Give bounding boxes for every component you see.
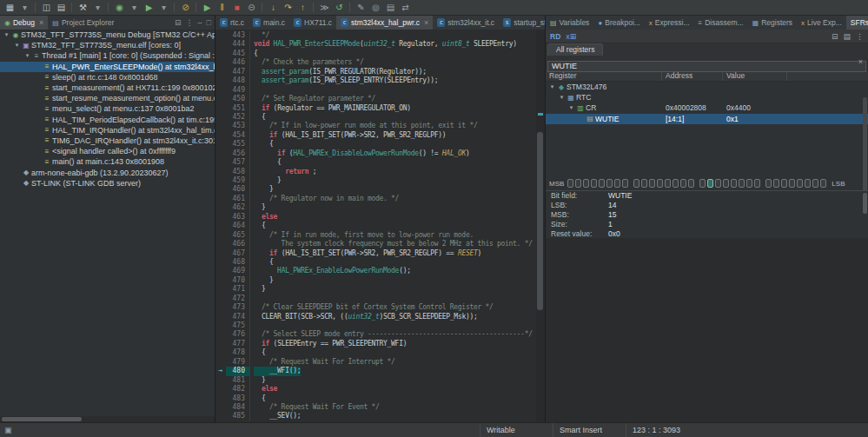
view-tab-sfrs[interactable]: SFRs×: [846, 16, 868, 30]
code-text[interactable]: {: [254, 258, 274, 267]
code-text[interactable]: }: [254, 285, 266, 294]
link-editor-icon[interactable]: ⇄: [398, 1, 413, 14]
bit-box[interactable]: [754, 179, 760, 188]
restart-icon[interactable]: ↺: [332, 1, 347, 14]
bit-box[interactable]: [567, 179, 573, 188]
expander-icon[interactable]: ▾: [23, 52, 31, 59]
scrollbar-thumb[interactable]: [537, 132, 543, 310]
line-number[interactable]: 458: [226, 168, 250, 176]
expander-icon[interactable]: ▾: [567, 104, 575, 111]
view-tab-live-exp[interactable]: xLive Exp...: [797, 16, 846, 30]
code-text[interactable]: }: [254, 376, 266, 385]
code-text[interactable]: /* Select SLEEP mode entry -------------…: [254, 330, 533, 339]
step-over-icon[interactable]: ↷: [281, 1, 295, 14]
code-text[interactable]: /* Set Regulator parameter */: [254, 95, 375, 103]
bit-box[interactable]: [739, 179, 745, 188]
word-size-icon[interactable]: ⊞: [570, 32, 577, 41]
code-text[interactable]: else: [254, 213, 277, 222]
code-text[interactable]: return ;: [254, 168, 316, 176]
line-number[interactable]: 467: [226, 249, 250, 258]
close-icon[interactable]: ×: [39, 18, 43, 27]
line-number[interactable]: 483: [226, 394, 250, 403]
bit-box[interactable]: [688, 179, 694, 188]
line-number[interactable]: 457: [226, 158, 250, 167]
line-number[interactable]: 465: [226, 231, 250, 240]
bit-box[interactable]: [633, 179, 639, 188]
bit-box[interactable]: [781, 179, 787, 188]
expander-icon[interactable]: ▾: [13, 42, 21, 49]
search-icon[interactable]: ◎: [368, 1, 383, 14]
register-row-stm32l476[interactable]: ▾◆STM32L476: [546, 82, 868, 92]
debug-dropdown-icon[interactable]: ▾: [127, 1, 142, 14]
code-text[interactable]: void HAL_PWR_EnterSLEEPMode(uint32_t Reg…: [254, 40, 517, 49]
code-text[interactable]: assert_param(IS_PWR_REGULATOR(Regulator)…: [254, 68, 427, 76]
editor-tab-stm32l4xx-it-c[interactable]: cstm32l4xx_it.c: [433, 16, 499, 30]
debug-frame-row[interactable]: ≡menu_select() at menu.c:137 0x8001ba2: [0, 103, 215, 114]
code-text[interactable]: {: [254, 140, 274, 149]
code-text[interactable]: }: [254, 185, 274, 194]
new-dropdown-icon[interactable]: ▾: [17, 1, 32, 14]
build-dropdown-icon[interactable]: ▾: [90, 1, 105, 14]
register-row-wutie[interactable]: ▤WUTIE[14:1]0x1: [546, 114, 868, 124]
bit-box[interactable]: [699, 179, 706, 188]
collapse-all-icon[interactable]: ⊟: [832, 32, 838, 41]
code-text[interactable]: else: [254, 385, 277, 394]
debug-frame-row[interactable]: ≡start_measurement() at HX711.c:199 0x80…: [0, 83, 215, 93]
bit-box[interactable]: [715, 179, 721, 188]
view-tab-expressi[interactable]: xExpressi...: [645, 16, 694, 30]
code-text[interactable]: assert_param(IS_PWR_SLEEP_ENTRY(SLEEPEnt…: [254, 76, 438, 85]
view-tab-variables[interactable]: ▤Variables: [546, 16, 593, 30]
step-return-icon[interactable]: ↑: [295, 1, 310, 14]
register-row-rtc[interactable]: ▾▦RTC: [546, 92, 868, 103]
editor-tab-hx711-c[interactable]: cHX711.c: [289, 16, 336, 30]
editor-scrollbar[interactable]: [536, 30, 545, 423]
expander-icon[interactable]: ▾: [3, 31, 10, 38]
code-text[interactable]: if (Regulator == PWR_MAINREGULATOR_ON): [254, 104, 411, 113]
code-text[interactable]: {: [254, 394, 266, 403]
code-text[interactable]: {: [254, 113, 266, 122]
code-text[interactable]: __SEV();: [254, 412, 301, 420]
debug-frame-row[interactable]: ≡<signal handler called>() at 0xfffffff9: [0, 146, 215, 156]
code-text[interactable]: /* Request Wait For Interrupt */: [254, 358, 395, 367]
view-menu-icon[interactable]: ⋮: [186, 18, 194, 27]
editor-tab-stm32l4xx-hal-pwr-c[interactable]: cstm32l4xx_hal_pwr.c×: [336, 16, 433, 30]
line-number[interactable]: 478: [226, 348, 250, 357]
code-text[interactable]: /* Clear SLEEPDEEP bit of Cortex System …: [254, 303, 494, 312]
close-icon[interactable]: ×: [424, 18, 428, 27]
properties-scrollbar-thumb[interactable]: [863, 193, 867, 214]
register-search-input[interactable]: [547, 61, 866, 72]
register-scrollbar-thumb[interactable]: [863, 97, 867, 200]
bit-box[interactable]: [575, 179, 581, 188]
line-number[interactable]: 462: [226, 203, 250, 212]
line-number[interactable]: 469: [226, 267, 250, 275]
bit-box[interactable]: [820, 179, 826, 188]
line-number[interactable]: 466: [226, 240, 250, 248]
code-text[interactable]: __WFI();: [254, 367, 301, 375]
line-number[interactable]: 472: [226, 295, 250, 303]
code-text[interactable]: }: [254, 203, 266, 212]
bit-box[interactable]: [591, 179, 597, 188]
line-number[interactable]: 481: [226, 376, 250, 385]
code-text[interactable]: if (SLEEPEntry == PWR_SLEEPENTRY_WFI): [254, 340, 407, 348]
instruction-stepping-icon[interactable]: ≫: [317, 1, 332, 14]
line-number[interactable]: 476: [226, 330, 250, 339]
code-text[interactable]: if (HAL_IS_BIT_SET(PWR->SR2, PWR_SR2_REG…: [254, 131, 446, 140]
annotations-icon[interactable]: ▤: [383, 1, 398, 14]
code-text[interactable]: {: [254, 348, 266, 357]
bit-box[interactable]: [641, 179, 647, 188]
line-number[interactable]: 456: [226, 149, 250, 158]
editor-tab-main-c[interactable]: cmain.c: [248, 16, 289, 30]
line-number[interactable]: 464: [226, 222, 250, 230]
code-text[interactable]: CLEAR_BIT(SCB->SCR, ((uint32_t)SCB_SCR_S…: [254, 313, 477, 321]
terminate-icon[interactable]: ■: [229, 1, 244, 14]
debug-frame-row[interactable]: ≡HAL_TIM_PeriodElapsedCallback() at tim.…: [0, 115, 215, 125]
code-text[interactable]: {: [254, 222, 266, 230]
line-number[interactable]: 480: [226, 367, 250, 375]
line-number[interactable]: 475: [226, 321, 250, 330]
bit-box[interactable]: [622, 179, 628, 188]
code-text[interactable]: /* If in low-power run mode at this poin…: [254, 122, 477, 130]
code-text[interactable]: if (HAL_IS_BIT_SET(PWR->SR2, PWR_SR2_REG…: [254, 249, 481, 258]
resume-icon[interactable]: ▶: [200, 1, 215, 14]
line-number[interactable]: 482: [226, 385, 250, 394]
debug-frame-row[interactable]: ≡main() at main.c:143 0x8001908: [0, 156, 215, 167]
